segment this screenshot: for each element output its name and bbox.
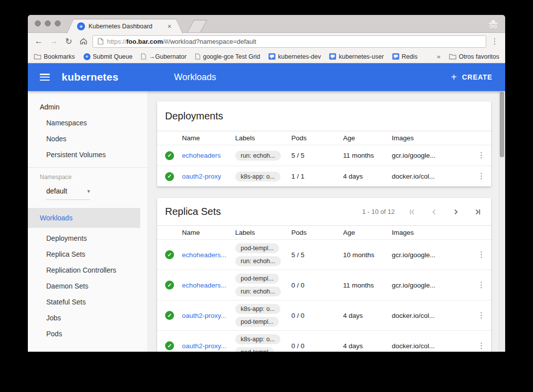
forward-button[interactable]: →: [48, 35, 60, 47]
sidebar-item-replica-sets[interactable]: Replica Sets: [28, 246, 147, 262]
chevron-left-icon[interactable]: [430, 207, 439, 216]
hamburger-menu-icon[interactable]: [40, 74, 50, 81]
bookmark-label: →Gubernator: [149, 53, 186, 60]
label-chip: run: echoh...: [235, 151, 281, 161]
bookmark-otros-favoritos[interactable]: Otros favoritos: [449, 53, 499, 60]
url-scheme: https://: [107, 38, 126, 45]
app-header: kubernetes Workloads + CREATE: [28, 63, 505, 91]
folder-icon: [449, 53, 456, 60]
replica-set-name-link[interactable]: echoheaders...: [182, 282, 235, 289]
label-chip: k8s-app: o...: [235, 304, 280, 314]
sidebar-item-namespaces[interactable]: Namespaces: [28, 115, 147, 131]
bookmark-gubernator[interactable]: →Gubernator: [141, 53, 186, 60]
pagination-range: 1 - 10 of 12: [362, 208, 395, 215]
row-menu-icon[interactable]: ⋮: [471, 311, 491, 320]
label-chip: run: echoh...: [235, 287, 281, 296]
table-row: ✓ oauth2-proxy... k8s-app: o... pod-temp…: [157, 300, 491, 330]
column-header-images: Images: [392, 134, 471, 142]
age-cell: 11 months: [343, 282, 392, 289]
status-ok-icon: ✓: [165, 172, 174, 181]
namespace-label: Namespace: [28, 171, 147, 183]
new-tab-button[interactable]: [187, 20, 207, 32]
traffic-lights[interactable]: [35, 20, 61, 26]
row-menu-icon[interactable]: ⋮: [471, 172, 491, 181]
bookmark-submit-queue[interactable]: ✳ Submit Queue: [84, 53, 133, 60]
sidebar-item-nodes[interactable]: Nodes: [28, 131, 147, 147]
replica-set-name-link[interactable]: oauth2-proxy...: [182, 312, 235, 319]
sidebar-item-persistent-volumes[interactable]: Persistent Volumes: [28, 147, 147, 163]
table-row: ✓ oauth2-proxy... k8s-app: o... pod-temp…: [157, 330, 491, 352]
tab-close-icon[interactable]: ×: [168, 23, 172, 30]
images-cell: gcr.io/google...: [392, 251, 471, 259]
sidebar: Admin Namespaces Nodes Persistent Volume…: [28, 91, 147, 352]
age-cell: 4 days: [343, 312, 392, 319]
bookmark-bookmarks[interactable]: Bookmarks: [34, 53, 75, 60]
row-menu-icon[interactable]: ⋮: [471, 151, 491, 160]
replica-set-name-link[interactable]: oauth2-proxy...: [182, 342, 235, 350]
sidebar-item-daemon-sets[interactable]: Daemon Sets: [28, 278, 147, 294]
row-menu-icon[interactable]: ⋮: [471, 342, 491, 350]
bookmark-label: kubernetes-dev: [278, 53, 321, 60]
sidebar-item-workloads[interactable]: Workloads: [28, 208, 140, 228]
pods-cell: 0 / 0: [291, 282, 343, 289]
bookmark-redis[interactable]: Redis: [392, 53, 418, 60]
kubernetes-icon: ✳: [84, 53, 90, 60]
images-cell: gcr.io/google...: [392, 152, 471, 159]
column-header-pods: Pods: [291, 229, 343, 236]
close-window-button[interactable]: [35, 20, 41, 26]
last-page-icon[interactable]: [473, 207, 482, 216]
label-chip: pod-templ...: [235, 274, 279, 284]
sidebar-item-replication-controllers[interactable]: Replication Controllers: [28, 262, 147, 278]
reload-button[interactable]: ↻: [63, 35, 75, 47]
status-ok-icon: ✓: [165, 151, 174, 160]
sidebar-item-stateful-sets[interactable]: Stateful Sets: [28, 294, 147, 310]
groups-icon: [329, 53, 336, 60]
browser-tab[interactable]: ✳ Kubernetes Dashboard ×: [67, 19, 183, 33]
deployment-name-link[interactable]: echoheaders: [182, 152, 235, 159]
pods-cell: 5 / 5: [291, 152, 343, 159]
minimize-window-button[interactable]: [45, 20, 51, 26]
pagination: 1 - 10 of 12: [362, 207, 482, 216]
label-chip: k8s-app: o...: [235, 334, 280, 344]
bookmark-label: Submit Queue: [93, 53, 133, 60]
sidebar-item-admin[interactable]: Admin: [28, 99, 147, 115]
deployments-table-header: Name Labels Pods Age Images: [157, 131, 491, 145]
label-chip: pod-templ: [235, 347, 274, 352]
row-menu-icon[interactable]: ⋮: [471, 281, 491, 290]
bookmark-label: Bookmarks: [44, 53, 75, 60]
bookmarks-overflow-chevron-icon[interactable]: »: [437, 53, 440, 60]
label-chip: run: echoh...: [235, 256, 281, 266]
column-header-name: Name: [182, 134, 235, 142]
row-menu-icon[interactable]: ⋮: [471, 251, 491, 259]
home-button[interactable]: [78, 35, 89, 47]
address-bar[interactable]: https://foo.bar.com/#/workload?namespace…: [92, 35, 486, 48]
create-button[interactable]: + CREATE: [451, 72, 492, 82]
url-host: foo.bar.com: [126, 38, 163, 45]
sidebar-item-pods[interactable]: Pods: [28, 326, 147, 342]
app-logo: kubernetes: [62, 71, 118, 83]
chevron-right-icon[interactable]: [451, 207, 460, 216]
age-cell: 4 days: [343, 342, 392, 350]
zoom-window-button[interactable]: [55, 20, 61, 26]
browser-menu-icon[interactable]: ⋮: [489, 37, 500, 46]
namespace-value: default: [46, 187, 67, 195]
age-cell: 4 days: [343, 173, 392, 180]
sidebar-divider: [28, 167, 147, 168]
bookmark-kubernetes-dev[interactable]: kubernetes-dev: [268, 53, 321, 60]
back-button[interactable]: ←: [33, 35, 45, 47]
namespace-select[interactable]: default ▾: [46, 187, 90, 200]
bookmark-label: google-gce Test Grid: [203, 53, 260, 60]
images-cell: docker.io/col...: [392, 342, 471, 350]
status-ok-icon: ✓: [165, 341, 174, 350]
sidebar-item-jobs[interactable]: Jobs: [28, 310, 147, 326]
sidebar-item-deployments[interactable]: Deployments: [28, 230, 147, 246]
column-header-name: Name: [182, 229, 235, 236]
column-header-labels: Labels: [235, 229, 291, 236]
bookmark-google-gce-test-grid[interactable]: google-gce Test Grid: [195, 53, 260, 60]
deployment-name-link[interactable]: oauth2-proxy: [182, 173, 235, 180]
vertical-scrollbar[interactable]: [499, 91, 505, 352]
scrollbar-thumb[interactable]: [500, 92, 504, 157]
replica-set-name-link[interactable]: echoheaders...: [182, 251, 235, 259]
bookmark-kubernetes-user[interactable]: kubernetes-user: [329, 53, 383, 60]
first-page-icon[interactable]: [408, 207, 417, 216]
